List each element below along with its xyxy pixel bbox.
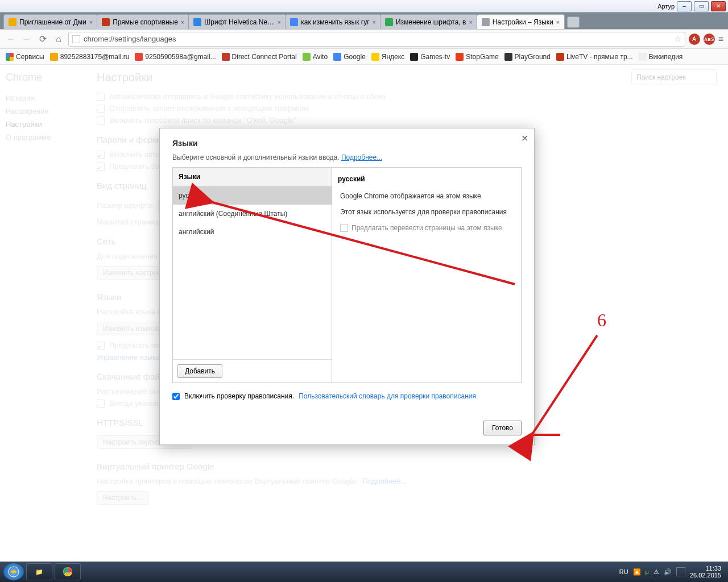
tray-volume-icon[interactable]: 🔊 [664,568,672,576]
browser-tabstrip: Приглашение от Дми×Прямые спортивные×Шри… [0,13,728,30]
forward-button[interactable]: → [20,33,33,45]
favicon-icon [102,18,110,26]
language-list-item[interactable]: английский (Соединенные Штаты) [173,205,332,223]
dialog-close-button[interactable]: ✕ [521,133,528,144]
favicon-icon [6,53,14,61]
translate-checkbox-label: Предлагать перевести страницы на этом яз… [351,224,502,232]
bookmark-label: 89252883175@mail.ru [60,53,130,61]
favicon-icon [556,53,564,61]
window-user: Артур [657,3,675,10]
url-text: chrome://settings/languages [84,35,176,43]
translate-checkbox[interactable] [340,224,348,232]
bookmark-label: Direct Connect Portal [232,53,297,61]
browser-tab[interactable]: Настройки – Языки× [477,14,565,29]
tray-icon[interactable]: 🔼 [633,568,641,576]
bookmark-star-icon[interactable]: ☆ [675,35,681,43]
tray-icon[interactable]: ⚠ [653,568,659,576]
window-maximize-button[interactable]: ▭ [694,1,709,11]
browser-tab[interactable]: Шрифт Helvetica Neue× [188,14,286,29]
tab-close-icon[interactable]: × [373,19,376,26]
tray-icon[interactable]: μ [646,568,649,575]
bookmark-label: StopGame [466,53,498,61]
dialog-description: Выберите основной и дополнительный языки… [172,153,522,161]
favicon-icon [371,53,379,61]
browser-tab[interactable]: как изменить язык гуг× [285,14,381,29]
bookmark-item[interactable]: Direct Connect Portal [222,53,297,61]
favicon-icon [385,18,393,26]
tray-clock[interactable]: 11:33 26.02.2015 [690,565,721,579]
custom-dictionary-link[interactable]: Пользовательский словарь для проверки пр… [299,392,476,400]
language-info-text: Этот язык используется для проверки прав… [332,204,521,220]
bookmark-item[interactable]: PlayGround [504,53,551,61]
bookmark-label: Википедия [649,53,683,61]
browser-tab[interactable]: Изменение шрифта, в× [380,14,478,29]
tab-title: Приглашение от Дми [19,18,86,26]
spellcheck-checkbox[interactable] [172,393,180,400]
bookmark-item[interactable]: StopGame [456,53,498,61]
bookmark-item[interactable]: 89252883175@mail.ru [50,53,130,61]
add-language-button[interactable]: Добавить [177,364,222,378]
languages-dialog: ✕ Языки Выберите основной и дополнительн… [159,128,535,445]
back-button[interactable]: ← [5,33,17,45]
bookmark-label: 9250590598a@gmail... [145,53,216,61]
bookmark-label: Google [344,53,366,61]
learn-more-link[interactable]: Подробнее... [341,153,382,161]
done-button[interactable]: Готово [483,421,522,435]
bookmark-label: Avito [313,53,328,61]
favicon-icon [193,18,201,26]
bookmark-label: Сервисы [16,53,44,61]
window-minimize-button[interactable]: – [677,1,692,11]
bookmark-item[interactable]: 9250590598a@gmail... [135,53,216,61]
bookmark-item[interactable]: Avito [303,53,328,61]
tab-title: Настройки – Языки [493,18,553,26]
language-list: Языки русскийанглийский (Соединенные Шта… [173,168,332,383]
tab-close-icon[interactable]: × [181,19,184,26]
bookmark-item[interactable]: Сервисы [6,53,44,61]
annotation-label: 6 [597,310,606,331]
bookmark-label: LiveTV - прямые тр... [566,53,633,61]
taskbar-explorer[interactable]: 📁 [26,563,52,580]
tab-close-icon[interactable]: × [469,19,472,26]
windows-taskbar: 📁 RU 🔼 μ ⚠ 🔊 11:33 26.02.2015 [0,562,728,582]
bookmark-label: Games-tv [420,53,450,61]
bookmark-item[interactable]: Games-tv [410,53,450,61]
tab-close-icon[interactable]: × [278,19,281,26]
tab-close-icon[interactable]: × [556,19,560,26]
language-list-header: Языки [173,168,332,186]
extension-icon[interactable]: A [689,34,700,45]
taskbar-chrome[interactable] [55,563,81,580]
window-close-button[interactable]: ✕ [711,1,726,11]
extension-icon[interactable]: ᴀʙs [704,34,715,45]
new-tab-button[interactable] [567,16,580,28]
tab-title: Шрифт Helvetica Neue [204,18,275,26]
address-bar[interactable]: chrome://settings/languages ☆ [68,32,685,47]
dialog-title: Языки [172,139,522,148]
browser-tab[interactable]: Прямые спортивные× [97,14,189,29]
bookmark-label: PlayGround [515,53,551,61]
language-details: русский Google Chrome отображается на эт… [332,168,521,383]
favicon-icon [50,53,58,61]
page-icon [72,35,80,43]
home-button[interactable]: ⌂ [52,33,65,45]
bookmark-item[interactable]: LiveTV - прямые тр... [556,53,633,61]
start-button[interactable] [3,563,24,580]
selected-language-title: русский [332,170,521,188]
tab-close-icon[interactable]: × [89,19,93,26]
tray-lang[interactable]: RU [619,568,628,575]
bookmark-item[interactable]: Википедия [639,53,683,61]
favicon-icon [9,18,16,26]
system-tray: RU 🔼 μ ⚠ 🔊 11:33 26.02.2015 [619,565,725,579]
menu-button[interactable]: ≡ [718,34,723,44]
bookmark-item[interactable]: Google [333,53,366,61]
reload-button[interactable]: ⟳ [36,33,49,45]
language-list-item[interactable]: русский [173,186,332,205]
favicon-icon [639,53,647,61]
favicon-icon [504,53,512,61]
bookmark-item[interactable]: Яндекс [371,53,404,61]
window-titlebar: Артур – ▭ ✕ [0,0,728,13]
browser-tab[interactable]: Приглашение от Дми× [3,14,98,29]
language-list-item[interactable]: английский [173,223,332,241]
browser-toolbar: ← → ⟳ ⌂ chrome://settings/languages ☆ A … [0,30,728,49]
favicon-icon [290,18,298,26]
action-center-icon[interactable] [676,567,685,576]
